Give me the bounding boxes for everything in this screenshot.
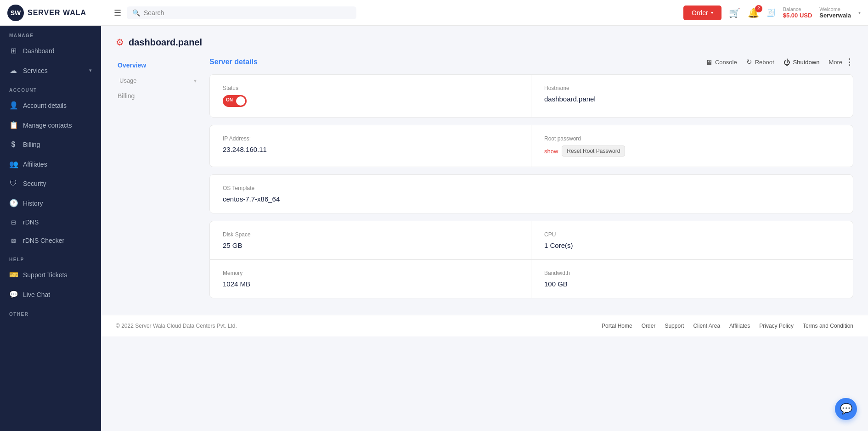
shutdown-action[interactable]: ⏻ Shutdown [783,58,820,66]
manage-section-label: MANAGE [0,26,101,41]
page-header: ⚙ dashboard.panel [101,26,868,48]
user-menu-arrow[interactable]: ▾ [858,10,861,15]
reboot-label: Reboot [755,59,774,66]
root-password-value: show Reset Root Password [544,146,840,157]
footer-privacy-policy[interactable]: Privacy Policy [759,323,794,329]
sidebar-item-label: rDNS [23,218,92,226]
footer-affiliates[interactable]: Affiliates [729,323,750,329]
chevron-down-icon: ▾ [194,78,197,84]
sidebar-item-services[interactable]: ☁ Services ▾ [0,61,101,80]
memory-label: Memory [223,270,518,276]
order-button[interactable]: Order ▾ [683,6,721,20]
copyright-text: © 2022 Server Wala Cloud Data Centers Pv… [116,323,237,329]
sidebar-item-support-tickets[interactable]: 🎫 Support Tickets [0,265,101,285]
sidebar-item-history[interactable]: 🕐 History [0,193,101,213]
sidebar-item-label: Dashboard [23,47,92,55]
hostname-label: Hostname [544,85,840,91]
left-nav: Overview Usage ▾ Billing [116,57,198,306]
footer-terms[interactable]: Terms and Condition [803,323,853,329]
search-wrap: 🔍 [127,6,356,19]
topnav-actions: Order ▾ 🛒 🔔 2 🧾 Balance $5.00 USD Welcom… [683,6,861,20]
live-chat-bubble[interactable]: 💬 [835,398,857,420]
footer-client-area[interactable]: Client Area [693,323,720,329]
hamburger-icon[interactable]: ☰ [114,8,121,18]
hostname-value: dashboard.panel [544,95,840,103]
footer-support[interactable]: Support [665,323,684,329]
reboot-icon: ↻ [746,58,752,66]
logo-text: SERVER WALA [28,9,86,17]
console-icon: 🖥 [705,58,712,66]
console-action[interactable]: 🖥 Console [705,58,737,66]
ip-cell: IP Address: 23.248.160.11 [210,125,531,167]
dashboard-icon: ⊞ [9,46,17,55]
sidebar-item-affiliates[interactable]: 👥 Affiliates [0,154,101,174]
cart-button[interactable]: 🛒 [729,7,740,18]
status-toggle[interactable]: ON [223,95,247,107]
reset-root-password-button[interactable]: Reset Root Password [562,146,625,157]
sidebar-item-label: Security [23,180,92,187]
more-action[interactable]: More ⋮ [829,57,853,67]
search-input[interactable] [144,9,351,17]
welcome-area[interactable]: Welcome Serverwala [819,6,851,19]
status-toggle-wrap: ON [223,95,518,107]
server-details-title: Server details [209,58,258,66]
sidebar-item-label: Services [23,67,84,74]
os-template-empty [531,175,853,213]
account-section-label: ACCOUNT [0,80,101,95]
sidebar-item-rdns-checker[interactable]: ⊠ rDNS Checker [0,231,101,250]
card-grid: Disk Space 25 GB CPU 1 Core(s) Memory 10… [210,221,853,298]
sidebar-item-live-chat[interactable]: 💬 Live Chat [0,285,101,304]
sidebar-item-rdns[interactable]: ⊟ rDNS [0,213,101,231]
server-details: Server details 🖥 Console ↻ Reboot ⏻ Shu [209,57,853,306]
page-gear-icon: ⚙ [116,37,124,48]
sidebar-item-label: Live Chat [23,291,92,298]
main-content: ⚙ dashboard.panel Overview Usage ▾ Billi… [101,26,868,431]
resources-card: Disk Space 25 GB CPU 1 Core(s) Memory 10… [209,221,853,298]
footer-order[interactable]: Order [642,323,656,329]
os-template-cell: OS Template centos-7.7-x86_64 [210,175,531,213]
more-label: More [829,59,842,66]
rdns-icon: ⊟ [9,219,17,226]
hostname-cell: Hostname dashboard.panel [531,75,853,117]
ip-rootpass-card: IP Address: 23.248.160.11 Root password … [209,125,853,167]
sidebar-item-account-details[interactable]: 👤 Account details [0,95,101,115]
chat-bubble-icon: 💬 [840,403,852,415]
ip-value: 23.248.160.11 [223,146,518,153]
root-password-cell: Root password show Reset Root Password [531,125,853,167]
reboot-action[interactable]: ↻ Reboot [746,58,774,66]
sidebar-item-billing[interactable]: $ Billing [0,135,101,154]
toggle-on-text: ON [226,97,233,102]
server-actions: 🖥 Console ↻ Reboot ⏻ Shutdown More [705,57,853,67]
billing-icon-button[interactable]: 🧾 [767,8,776,17]
show-password-link[interactable]: show [544,148,558,155]
footer: © 2022 Server Wala Cloud Data Centers Pv… [101,315,868,336]
affiliates-icon: 👥 [9,160,17,168]
billing-icon: $ [9,140,17,149]
os-template-label: OS Template [223,185,519,191]
footer-portal-home[interactable]: Portal Home [602,323,632,329]
order-dropdown-arrow: ▾ [711,10,713,15]
sidebar-item-dashboard[interactable]: ⊞ Dashboard [0,41,101,61]
services-icon: ☁ [9,66,17,75]
left-nav-billing[interactable]: Billing [116,88,198,104]
sidebar-item-security[interactable]: 🛡 Security [0,174,101,193]
sidebar-item-manage-contacts[interactable]: 📋 Manage contacts [0,115,101,135]
rdns-checker-icon: ⊠ [9,237,17,244]
ticket-icon: 🎫 [9,270,17,279]
welcome-username: Serverwala [819,12,851,19]
shutdown-icon: ⏻ [783,58,790,66]
help-section-label: HELP [0,250,101,265]
user-icon: 👤 [9,101,17,110]
balance-area[interactable]: Balance $5.00 USD [783,6,812,19]
page-title: dashboard.panel [129,37,202,48]
logo-area: SW SERVER WALA [7,5,108,21]
history-icon: 🕐 [9,199,17,207]
left-nav-overview[interactable]: Overview [116,57,198,73]
sidebar-item-label: History [23,200,92,207]
left-nav-usage[interactable]: Usage ▾ [116,73,198,88]
sidebar-item-label: rDNS Checker [23,237,92,244]
more-icon: ⋮ [845,57,853,67]
shield-icon: 🛡 [9,179,17,188]
welcome-label: Welcome [819,6,840,12]
notifications-button[interactable]: 🔔 2 [748,7,759,18]
